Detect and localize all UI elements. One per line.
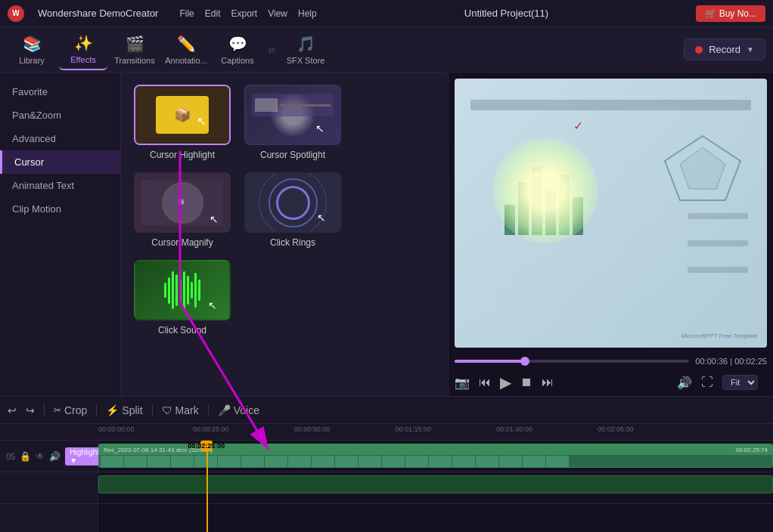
timeline-ruler: 00:00:00:00 00:00:25:00 00:00:50:00 00:0…: [0, 424, 773, 441]
playhead-handle: 00:02:25:00: [200, 441, 213, 451]
menu-file[interactable]: File: [179, 8, 194, 19]
effect-cursor-highlight[interactable]: 📦 ↖ Cursor Highlight: [133, 85, 231, 160]
menu-view[interactable]: View: [268, 8, 287, 19]
clip-end-time: 00:02:25:74: [736, 447, 768, 453]
effect-thumb-cursor-magnify: 🔍 ↖: [134, 172, 231, 233]
sidebar-item-animatedtext[interactable]: Animated Text: [0, 174, 120, 197]
playhead[interactable]: 00:02:25:00: [206, 441, 208, 532]
voice-button[interactable]: 🎤 Voice: [218, 404, 259, 416]
track-label-row-2: [0, 472, 98, 504]
timeline-content: 05 🔒 👁 🔊 Highlight ▼ 00:02:25:00: [0, 441, 773, 532]
play-button[interactable]: ▶: [500, 373, 511, 391]
player-controls: 📷 ⏮ ▶ ⏹ ⏭ 🔊 ⛶ Fit: [449, 369, 773, 396]
svg-marker-1: [680, 147, 725, 189]
tracks-right: 00:02:25:00 Rec_2022-07-06 14·31-43.dcrc…: [98, 441, 773, 532]
track-label-row-1: 05 🔒 👁 🔊 Highlight ▼: [0, 441, 98, 472]
sidebar-item-cursor[interactable]: Cursor: [0, 150, 120, 174]
menu-export[interactable]: Export: [231, 8, 257, 19]
effect-thumb-click-rings: ↖: [244, 172, 341, 233]
eye-icon[interactable]: 👁: [36, 451, 45, 462]
effects-grid: 📦 ↖ Cursor Highlight ↖ Cursor Spo: [121, 73, 448, 396]
effect-label-cursor-spotlight: Cursor Spotlight: [260, 150, 325, 160]
effect-click-rings[interactable]: ↖ Click Rings: [244, 172, 342, 248]
toolbar-effects-label: Effects: [70, 55, 95, 64]
effect-label-click-sound: Click Sound: [158, 325, 206, 336]
cursor-arrow-icon: ↖: [197, 114, 206, 128]
track-labels: 05 🔒 👁 🔊 Highlight ▼: [0, 441, 98, 532]
effect-click-sound[interactable]: ↖ Click Sound: [133, 260, 231, 336]
progress-fill: [455, 360, 525, 363]
main-area: Favorite Pan&Zoom Advanced Cursor Animat…: [0, 73, 773, 396]
menu-help[interactable]: Help: [298, 8, 317, 19]
annotations-icon: ✏️: [177, 35, 196, 53]
lock-icon[interactable]: 🔒: [20, 451, 31, 462]
effect-label-cursor-magnify: Cursor Magnify: [151, 237, 213, 248]
toolbar-divider-1: [44, 404, 45, 417]
toolbar-divider-4: [208, 404, 209, 417]
effect-thumb-click-sound: ↖: [134, 260, 231, 320]
rewind-button[interactable]: ⏮: [479, 376, 491, 389]
audio-track-row: [98, 472, 773, 504]
timeline-toolbar: ↩ ↪ ✂ Crop ⚡ Split 🛡 Mark 🎤 Voice: [0, 397, 773, 424]
effect-thumb-cursor-spotlight: ↖: [244, 85, 341, 145]
buy-button[interactable]: 🛒 Buy No...: [696, 5, 765, 22]
crop-button[interactable]: ✂ Crop: [54, 404, 87, 416]
sidebar-item-favorite[interactable]: Favorite: [0, 80, 120, 104]
toolbar-divider-3: [152, 404, 153, 417]
toolbar-annotations[interactable]: ✏️ Annotatio...: [162, 29, 210, 70]
toolbar-captions[interactable]: 💬 Captions: [213, 29, 262, 70]
project-title: Untitled Project(11): [331, 8, 683, 19]
effect-thumb-cursor-highlight: 📦 ↖: [134, 85, 231, 145]
sidebar-item-advanced[interactable]: Advanced: [0, 127, 120, 150]
library-icon: 📚: [23, 35, 42, 53]
toolbar-transitions-label: Transitions: [114, 56, 154, 65]
toolbar-captions-label: Captions: [221, 56, 253, 65]
stop-button[interactable]: ⏹: [520, 376, 532, 389]
sfx-icon: 🎵: [296, 35, 315, 53]
record-dropdown-icon: ▼: [747, 45, 754, 54]
fit-select[interactable]: Fit: [722, 375, 758, 390]
toolbar-library[interactable]: 📚 Library: [8, 29, 56, 70]
audio-icon[interactable]: 🔊: [49, 451, 61, 462]
transitions-icon: 🎬: [126, 35, 144, 53]
timeline: ↩ ↪ ✂ Crop ⚡ Split 🛡 Mark 🎤 Voice 00:00:…: [0, 396, 773, 532]
menu-edit[interactable]: Edit: [205, 8, 221, 19]
mark-button[interactable]: 🛡 Mark: [162, 404, 199, 416]
sidebar-item-clipmotion[interactable]: Clip Motion: [0, 197, 120, 221]
effect-cursor-magnify[interactable]: 🔍 ↖ Cursor Magnify: [133, 172, 231, 248]
undo-button[interactable]: ↩: [8, 404, 17, 416]
progress-thumb: [520, 357, 529, 366]
effect-cursor-spotlight[interactable]: ↖ Cursor Spotlight: [244, 85, 342, 160]
split-button[interactable]: ⚡ Split: [106, 404, 142, 416]
effect-label-click-rings: Click Rings: [270, 237, 315, 248]
toolbar-effects[interactable]: ✨ Effects: [59, 29, 107, 70]
record-dot: [695, 46, 703, 54]
toolbar-transitions[interactable]: 🎬 Transitions: [110, 29, 159, 70]
toolbar-divider-2: [96, 404, 97, 417]
preview-panel: MicrosoftPPT Free Template ✓ 00:00:36 | …: [448, 73, 773, 396]
toolbar-sfx[interactable]: 🎵 SFX Store: [281, 29, 330, 70]
toolbar-annotations-label: Annotatio...: [165, 56, 207, 65]
main-toolbar: 📚 Library ✨ Effects 🎬 Transitions ✏️ Ann…: [0, 27, 773, 73]
volume-button[interactable]: 🔊: [677, 376, 692, 390]
track-number: 05: [6, 452, 15, 461]
app-logo: W: [8, 5, 24, 22]
app-name: Wondershare DemoCreator: [38, 8, 158, 19]
effects-icon: ✨: [74, 34, 93, 52]
menu-bar: File Edit Export View Help: [179, 8, 316, 19]
sidebar-item-panzoom[interactable]: Pan&Zoom: [0, 104, 120, 127]
effects-sidebar: Favorite Pan&Zoom Advanced Cursor Animat…: [0, 73, 121, 396]
record-button[interactable]: Record ▼: [684, 39, 765, 60]
titlebar: W Wondershare DemoCreator File Edit Expo…: [0, 0, 773, 27]
timeline-track-area: 05 🔒 👁 🔊 Highlight ▼ 00:02:25:00: [0, 441, 773, 532]
captions-icon: 💬: [228, 35, 247, 53]
effect-label-cursor-highlight: Cursor Highlight: [150, 150, 215, 160]
forward-button[interactable]: ⏭: [542, 376, 554, 389]
progress-track[interactable]: [455, 360, 689, 363]
fullscreen-button[interactable]: ⛶: [701, 376, 713, 389]
time-display: 00:00:36 | 00:02:25: [695, 357, 767, 366]
toolbar-more[interactable]: »: [268, 42, 275, 57]
redo-button[interactable]: ↪: [26, 404, 35, 416]
screenshot-button[interactable]: 📷: [455, 376, 470, 390]
audio-clip[interactable]: [98, 475, 773, 493]
